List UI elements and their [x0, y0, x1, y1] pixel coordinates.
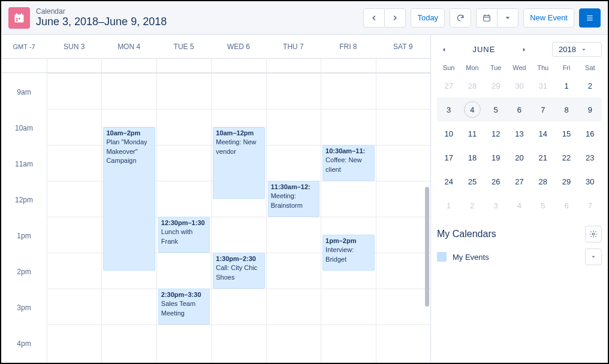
allday-slot[interactable] — [211, 59, 266, 72]
mini-day-cell[interactable]: 1 — [554, 74, 578, 98]
mini-day-cell[interactable]: 3 — [484, 193, 508, 217]
mini-day-cell[interactable]: 19 — [484, 145, 508, 169]
event-time: 2:30pm–3:30 — [161, 290, 207, 299]
mini-day-cell[interactable]: 27 — [437, 74, 460, 98]
mini-day-cell[interactable]: 30 — [578, 169, 602, 193]
mini-day-cell[interactable]: 29 — [484, 74, 508, 98]
mini-day-cell[interactable]: 2 — [578, 74, 602, 98]
mini-day-cell[interactable]: 23 — [578, 145, 602, 169]
calendar-event[interactable]: 11:30am–12:Meeting: Brainstorm — [268, 181, 319, 217]
mycalendar-menu-button[interactable] — [585, 248, 602, 265]
mini-day-cell[interactable]: 22 — [554, 145, 578, 169]
mini-week-row: 17181920212223 — [437, 145, 602, 169]
next-week-button[interactable] — [384, 8, 406, 28]
refresh-button[interactable] — [450, 8, 471, 28]
mini-day-cell[interactable]: 10 — [437, 122, 460, 145]
event-time: 12:30pm–1:30 — [161, 219, 207, 228]
mini-day-cell[interactable]: 29 — [554, 169, 578, 193]
allday-slot[interactable] — [47, 59, 101, 72]
day-header[interactable]: FRI 8 — [321, 43, 375, 51]
event-title: Sales Team Meeting — [161, 299, 207, 318]
time-label: 10am — [1, 122, 47, 158]
mini-day-cell[interactable]: 28 — [460, 74, 484, 98]
mini-day-cell[interactable]: 5 — [531, 193, 554, 217]
mini-dow-label: Fri — [554, 62, 578, 74]
day-column[interactable]: 11:30am–12:Meeting: Brainstorm — [266, 73, 321, 364]
page-subtitle: Calendar — [36, 7, 363, 16]
calendar-event[interactable]: 10am–12pmMeeting: New vendor — [213, 127, 264, 199]
mini-day-cell[interactable]: 15 — [554, 122, 578, 145]
svg-rect-3 — [21, 13, 22, 14]
mini-day-cell[interactable]: 9 — [578, 98, 602, 122]
allday-slot[interactable] — [321, 59, 375, 72]
day-column[interactable] — [47, 73, 101, 364]
mini-day-cell[interactable]: 4 — [508, 193, 531, 217]
day-column[interactable] — [376, 73, 430, 364]
calendar-event[interactable]: 2:30pm–3:30Sales Team Meeting — [158, 289, 210, 324]
view-switcher-button[interactable] — [476, 8, 497, 28]
mini-dow-label: Thu — [531, 62, 554, 74]
new-event-button[interactable]: New Event — [523, 8, 574, 28]
prev-week-button[interactable] — [363, 8, 384, 28]
year-select[interactable]: 2018 — [552, 42, 602, 57]
calendar-event[interactable]: 1:30pm–2:30Call: City Chic Shoes — [213, 253, 264, 289]
day-header[interactable]: THU 7 — [266, 43, 321, 51]
mini-day-cell[interactable]: 27 — [508, 169, 531, 193]
mini-day-cell[interactable]: 30 — [508, 74, 531, 98]
mini-day-cell[interactable]: 12 — [484, 122, 508, 145]
mini-day-cell[interactable]: 13 — [508, 122, 531, 145]
day-column[interactable]: 10:30am–11:Coffee: New client1pm–2pmInte… — [321, 73, 375, 364]
day-header[interactable]: MON 4 — [101, 43, 156, 51]
mini-day-cell[interactable]: 1 — [437, 193, 460, 217]
mini-next-month[interactable] — [517, 43, 531, 57]
day-header[interactable]: TUE 5 — [156, 43, 211, 51]
mini-day-cell[interactable]: 20 — [508, 145, 531, 169]
allday-row — [1, 59, 430, 73]
calendar-event[interactable]: 1pm–2pmInterview: Bridget — [322, 235, 374, 271]
mini-day-cell[interactable]: 6 — [508, 98, 531, 122]
mini-day-cell[interactable]: 7 — [578, 193, 602, 217]
mini-day-cell[interactable]: 16 — [578, 122, 602, 145]
mini-day-cell[interactable]: 5 — [484, 98, 508, 122]
sidebar: JUNE 2018 SunMonTueWedThuFriSat 27282930… — [430, 35, 608, 364]
day-header[interactable]: SAT 9 — [376, 43, 430, 51]
day-column[interactable]: 10am–12pmMeeting: New vendor1:30pm–2:30C… — [211, 73, 266, 364]
calendar-event[interactable]: 10:30am–11:Coffee: New client — [322, 145, 374, 181]
mycalendars-settings-button[interactable] — [585, 226, 602, 242]
mini-day-cell[interactable]: 26 — [484, 169, 508, 193]
allday-slot[interactable] — [156, 59, 211, 72]
day-column[interactable]: 10am–2pmPlan "Monday Makeover" Campaign — [101, 73, 156, 364]
sidebar-toggle-button[interactable] — [579, 8, 601, 28]
mini-day-cell[interactable]: 17 — [437, 145, 460, 169]
mini-day-cell[interactable]: 25 — [460, 169, 484, 193]
mini-day-cell[interactable]: 4 — [460, 98, 484, 122]
day-header[interactable]: SUN 3 — [47, 43, 101, 51]
view-switcher-dropdown[interactable] — [497, 8, 518, 28]
calendar-event[interactable]: 12:30pm–1:30Lunch with Frank — [158, 217, 210, 253]
mini-day-cell[interactable]: 6 — [554, 193, 578, 217]
mini-day-cell[interactable]: 31 — [531, 74, 554, 98]
mini-day-cell[interactable]: 14 — [531, 122, 554, 145]
mini-day-cell[interactable]: 28 — [531, 169, 554, 193]
scrollbar[interactable] — [424, 73, 430, 364]
event-time: 1pm–2pm — [325, 236, 371, 245]
calendar-event[interactable]: 10am–2pmPlan "Monday Makeover" Campaign — [103, 127, 155, 271]
mini-day-cell[interactable]: 11 — [460, 122, 484, 145]
allday-slot[interactable] — [376, 59, 430, 72]
today-button[interactable]: Today — [411, 8, 445, 28]
allday-slot[interactable] — [266, 59, 321, 72]
mini-prev-month[interactable] — [437, 43, 451, 57]
calendar-color-swatch[interactable] — [437, 252, 447, 262]
week-grid: GMT -7 SUN 3MON 4TUE 5WED 6THU 7FRI 8SAT… — [1, 35, 430, 364]
allday-slot[interactable] — [101, 59, 156, 72]
mini-day-cell[interactable]: 24 — [437, 169, 460, 193]
mini-day-cell[interactable]: 18 — [460, 145, 484, 169]
mini-day-cell[interactable]: 8 — [554, 98, 578, 122]
mini-day-cell[interactable]: 3 — [437, 98, 460, 122]
mini-day-cell[interactable]: 7 — [531, 98, 554, 122]
day-header[interactable]: WED 6 — [211, 43, 266, 51]
mini-day-cell[interactable]: 21 — [531, 145, 554, 169]
event-title: Interview: Bridget — [325, 245, 371, 264]
day-column[interactable]: 12:30pm–1:30Lunch with Frank2:30pm–3:30S… — [156, 73, 211, 364]
mini-day-cell[interactable]: 2 — [460, 193, 484, 217]
